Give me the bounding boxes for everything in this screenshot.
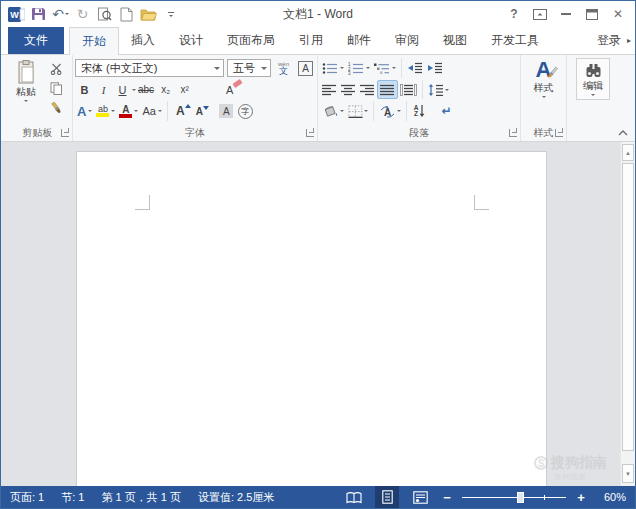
status-page-number[interactable]: 页面: 1 <box>10 490 44 505</box>
scroll-up-button[interactable]: ▲ <box>622 144 634 161</box>
show-marks-button[interactable]: ↵ <box>437 102 456 121</box>
phonetic-guide-button[interactable]: wén 文 <box>274 59 293 78</box>
paragraph-dialog-launcher[interactable] <box>509 129 517 137</box>
zoom-out-button[interactable]: − <box>441 490 453 505</box>
read-mode-book-icon <box>346 491 362 504</box>
numbering-button[interactable]: 1 2 3 <box>346 59 372 78</box>
tab-developer[interactable]: 开发工具 <box>479 27 551 54</box>
save-button[interactable] <box>28 4 49 24</box>
tab-references[interactable]: 引用 <box>287 27 335 54</box>
tab-home[interactable]: 开始 <box>69 27 119 55</box>
scrollbar-thumb[interactable] <box>622 163 634 451</box>
grow-font-button[interactable]: A <box>171 102 190 121</box>
asian-layout-button[interactable]: A <box>377 102 403 121</box>
distributed-icon <box>400 84 417 96</box>
zoom-in-button[interactable]: + <box>575 490 587 505</box>
underline-button[interactable]: U <box>113 80 132 99</box>
clear-formatting-button[interactable]: A <box>220 80 239 99</box>
styles-group-label: 样式 <box>534 126 554 140</box>
scroll-down-button[interactable]: ▼ <box>622 464 634 483</box>
tab-page-layout[interactable]: 页面布局 <box>215 27 287 54</box>
tab-mailings[interactable]: 邮件 <box>335 27 383 54</box>
font-dialog-launcher[interactable] <box>306 129 314 137</box>
close-button[interactable]: ✕ <box>607 4 629 24</box>
collapse-ribbon-chevron-icon <box>618 130 628 136</box>
minimize-button[interactable] <box>555 4 577 24</box>
status-section[interactable]: 节: 1 <box>61 490 84 505</box>
distributed-button[interactable] <box>398 80 419 99</box>
print-layout-button[interactable] <box>375 486 399 508</box>
subscript-button[interactable]: x₂ <box>156 80 175 99</box>
qat-customize-button[interactable] <box>160 4 181 24</box>
superscript-button[interactable]: x² <box>175 80 194 99</box>
align-right-icon <box>360 84 375 96</box>
format-painter-button[interactable] <box>47 99 66 118</box>
svg-text:3: 3 <box>348 71 351 75</box>
text-highlight-button[interactable]: ab <box>94 102 117 121</box>
save-icon <box>31 7 46 22</box>
align-right-button[interactable] <box>358 80 377 99</box>
paste-button[interactable]: 粘贴 <box>5 57 47 125</box>
change-case-button[interactable]: Aa <box>140 102 163 121</box>
text-effects-button[interactable]: A <box>75 102 94 121</box>
copy-button[interactable] <box>47 79 66 98</box>
ribbon-display-options-button[interactable] <box>529 4 551 24</box>
styles-dialog-launcher[interactable] <box>555 129 563 137</box>
redo-button[interactable]: ↻ <box>72 4 93 24</box>
character-border-button[interactable]: A <box>296 59 315 78</box>
clipboard-dialog-launcher[interactable] <box>61 129 69 137</box>
document-area: S 搜狗指南 搜狗指南 ▲ ▼ <box>1 142 635 488</box>
web-layout-button[interactable] <box>408 486 432 508</box>
tab-file[interactable]: 文件 <box>8 27 64 54</box>
font-size-select[interactable]: 五号 <box>227 59 271 77</box>
tab-design[interactable]: 设计 <box>167 27 215 54</box>
strikethrough-button[interactable]: abc <box>136 80 156 99</box>
font-name-select[interactable]: 宋体 (中文正文) <box>75 59 224 77</box>
word-window: W ↶ ↻ <box>0 0 636 509</box>
character-shading-icon: A <box>219 104 233 118</box>
new-document-button[interactable] <box>116 4 137 24</box>
sort-button[interactable]: A Z <box>410 102 429 121</box>
zoom-slider-thumb[interactable] <box>517 492 524 503</box>
tab-view[interactable]: 视图 <box>431 27 479 54</box>
cut-button[interactable] <box>47 59 66 78</box>
bullets-button[interactable] <box>320 59 346 78</box>
styles-button[interactable]: A 样式 <box>530 57 558 125</box>
maximize-button[interactable] <box>581 4 603 24</box>
font-color-button[interactable]: A <box>117 102 140 121</box>
undo-button[interactable]: ↶ <box>50 4 71 24</box>
justify-button[interactable] <box>377 80 398 99</box>
vertical-scrollbar[interactable]: ▲ ▼ <box>620 142 635 488</box>
decrease-indent-button[interactable] <box>405 59 425 78</box>
multilevel-list-icon <box>374 62 390 75</box>
tab-insert[interactable]: 插入 <box>119 27 167 54</box>
font-group-label: 字体 <box>185 126 205 140</box>
enclose-characters-button[interactable]: 字 <box>236 102 255 121</box>
align-left-button[interactable] <box>320 80 339 99</box>
multilevel-list-button[interactable] <box>372 59 398 78</box>
italic-button[interactable]: I <box>94 80 113 99</box>
character-shading-button[interactable]: A <box>217 102 236 121</box>
sign-in-link[interactable]: 登录 <box>595 27 623 54</box>
document-page[interactable] <box>76 151 547 488</box>
editing-button[interactable]: 编辑 <box>576 58 610 100</box>
open-button[interactable] <box>138 4 159 24</box>
line-spacing-button[interactable] <box>426 80 451 99</box>
status-page-count[interactable]: 第 1 页，共 1 页 <box>101 490 180 505</box>
shading-button[interactable] <box>320 102 346 121</box>
zoom-slider[interactable] <box>462 497 566 498</box>
collapse-ribbon-button[interactable] <box>618 130 628 136</box>
tab-review[interactable]: 审阅 <box>383 27 431 54</box>
help-button[interactable]: ? <box>503 4 525 24</box>
styles-button-label: 样式 <box>534 81 554 95</box>
zoom-level-button[interactable]: 60% <box>596 491 626 503</box>
align-center-button[interactable] <box>339 80 358 99</box>
increase-indent-button[interactable] <box>425 59 445 78</box>
bold-button[interactable]: B <box>75 80 94 99</box>
read-mode-button[interactable] <box>342 486 366 508</box>
tab-overflow-arrow[interactable]: ▸ <box>623 27 635 54</box>
borders-button[interactable] <box>346 102 370 121</box>
print-preview-button[interactable] <box>94 4 115 24</box>
shrink-font-button[interactable]: A <box>190 102 209 121</box>
clipboard-group: 粘贴 <box>3 55 73 141</box>
